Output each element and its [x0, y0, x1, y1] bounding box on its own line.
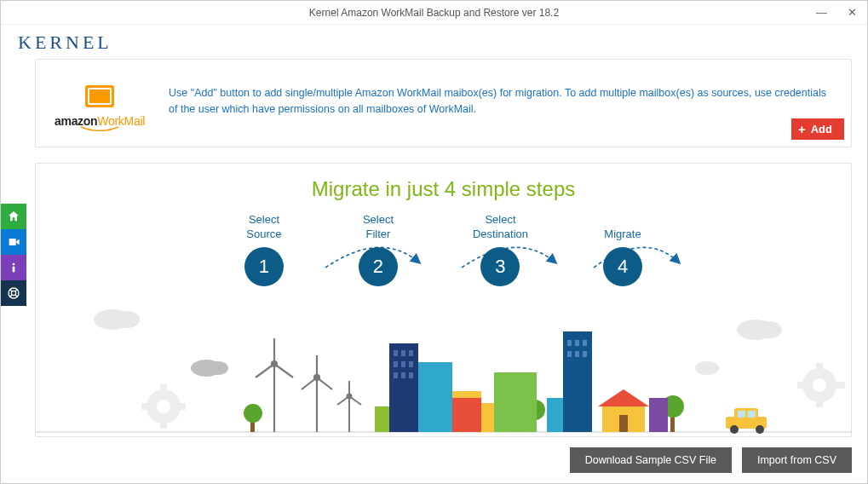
- svg-point-12: [116, 311, 140, 328]
- step-4-circle: 4: [603, 247, 642, 286]
- svg-rect-74: [602, 406, 645, 432]
- svg-point-23: [813, 378, 826, 392]
- lifebuoy-icon: [7, 286, 20, 300]
- svg-point-81: [730, 425, 739, 434]
- svg-rect-61: [452, 391, 481, 432]
- svg-point-3: [11, 291, 15, 295]
- envelope-icon: [85, 85, 114, 107]
- step-1-label: Select Source: [244, 213, 284, 242]
- svg-rect-72: [583, 351, 587, 357]
- svg-rect-62: [452, 391, 481, 398]
- svg-point-14: [758, 321, 782, 338]
- step-3-circle: 3: [480, 247, 520, 286]
- svg-point-48: [662, 395, 684, 418]
- svg-rect-58: [401, 372, 405, 378]
- svg-rect-78: [734, 408, 758, 418]
- svg-line-32: [274, 364, 293, 377]
- app-window: Kernel Amazon WorkMail Backup and Restor…: [0, 0, 868, 484]
- minimize-button[interactable]: —: [811, 4, 832, 20]
- svg-point-16: [147, 389, 181, 424]
- step-4: Migrate 4: [603, 213, 642, 286]
- svg-rect-27: [836, 382, 845, 389]
- svg-rect-26: [797, 382, 806, 389]
- sidebar-info-button[interactable]: [1, 255, 26, 280]
- svg-point-13: [737, 320, 774, 340]
- svg-rect-69: [583, 340, 587, 346]
- svg-line-7: [9, 295, 12, 297]
- step-4-label: Migrate: [603, 213, 642, 242]
- svg-rect-49: [375, 406, 400, 432]
- svg-rect-56: [409, 361, 413, 367]
- sidebar-home-button[interactable]: [1, 204, 26, 229]
- svg-rect-64: [494, 372, 537, 432]
- svg-line-5: [15, 295, 18, 297]
- svg-rect-47: [670, 415, 675, 432]
- svg-point-9: [191, 360, 221, 377]
- body-area: amazonWorkMail Use "Add" button to add s…: [1, 59, 867, 483]
- svg-rect-51: [394, 350, 398, 356]
- steps-heading: Migrate in just 4 simple steps: [36, 164, 851, 208]
- header-logo-area: KERNEL: [1, 25, 867, 59]
- svg-line-42: [349, 396, 361, 405]
- svg-point-17: [157, 400, 170, 413]
- step-3: Select Destination 3: [473, 213, 528, 286]
- svg-point-39: [348, 395, 352, 399]
- sidebar-help-button[interactable]: [1, 280, 26, 306]
- step-1-circle: 1: [244, 247, 284, 286]
- svg-rect-19: [160, 420, 167, 429]
- svg-line-31: [256, 364, 274, 377]
- add-button[interactable]: + Add: [791, 118, 844, 140]
- step-2-label: Select Filter: [359, 213, 398, 242]
- titlebar: Kernel Amazon WorkMail Backup and Restor…: [1, 1, 867, 25]
- main-content: amazonWorkMail Use "Add" button to add s…: [28, 59, 867, 483]
- info-text: Use "Add" button to add single/multiple …: [169, 85, 832, 118]
- home-icon: [7, 210, 20, 223]
- svg-point-22: [802, 368, 836, 402]
- add-button-label: Add: [811, 123, 832, 135]
- svg-rect-70: [567, 351, 572, 357]
- kernel-logo: KERNEL: [18, 32, 850, 54]
- svg-rect-50: [389, 343, 418, 432]
- sidebar-video-button[interactable]: [1, 229, 26, 255]
- svg-rect-63: [481, 403, 519, 432]
- svg-rect-71: [575, 351, 579, 357]
- info-panel: amazonWorkMail Use "Add" button to add s…: [35, 59, 852, 147]
- sidebar: [1, 59, 28, 483]
- svg-rect-65: [547, 398, 571, 432]
- svg-rect-55: [401, 361, 405, 367]
- svg-point-82: [756, 425, 764, 434]
- step-2: Select Filter 2: [359, 213, 398, 286]
- svg-line-36: [302, 377, 317, 389]
- svg-point-15: [695, 361, 719, 375]
- svg-marker-73: [598, 389, 649, 406]
- svg-rect-75: [619, 415, 628, 432]
- close-button[interactable]: ✕: [842, 4, 862, 20]
- svg-rect-20: [141, 403, 150, 410]
- svg-point-11: [94, 309, 131, 330]
- svg-line-37: [317, 377, 332, 389]
- svg-rect-43: [250, 419, 255, 432]
- svg-rect-21: [177, 403, 186, 410]
- import-from-csv-button[interactable]: Import from CSV: [742, 447, 852, 473]
- svg-rect-80: [748, 411, 756, 418]
- download-sample-csv-button[interactable]: Download Sample CSV File: [570, 447, 732, 473]
- svg-line-41: [337, 396, 349, 405]
- svg-point-10: [208, 361, 228, 375]
- svg-point-34: [314, 375, 319, 380]
- svg-rect-60: [418, 362, 452, 432]
- cityscape-illustration: [36, 270, 852, 436]
- step-1: Select Source 1: [244, 213, 284, 286]
- svg-rect-68: [575, 340, 579, 346]
- svg-rect-79: [738, 411, 745, 418]
- plus-icon: +: [798, 122, 806, 136]
- amazon-workmail-logo: amazonWorkMail: [55, 85, 145, 131]
- svg-rect-76: [649, 398, 668, 432]
- svg-line-6: [15, 289, 18, 291]
- steps-row: Select Source 1 Select Filter 2: [36, 208, 851, 286]
- svg-point-44: [244, 404, 262, 423]
- svg-line-4: [9, 289, 12, 291]
- svg-rect-1: [13, 267, 15, 273]
- svg-rect-52: [401, 350, 405, 356]
- svg-point-29: [272, 361, 277, 366]
- window-title: Kernel Amazon WorkMail Backup and Restor…: [309, 7, 559, 19]
